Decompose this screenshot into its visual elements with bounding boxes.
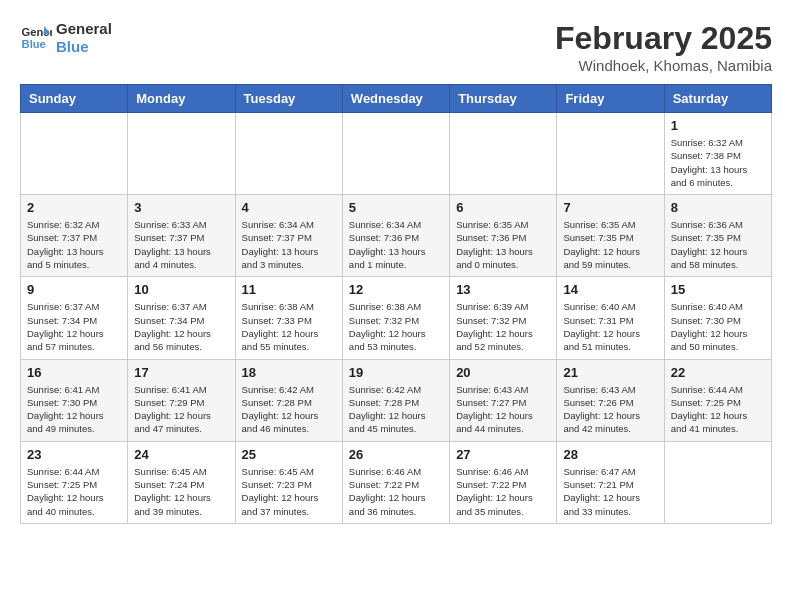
day-info: Sunrise: 6:37 AM Sunset: 7:34 PM Dayligh… <box>27 300 121 353</box>
svg-text:Blue: Blue <box>22 38 46 50</box>
calendar-week-row: 16Sunrise: 6:41 AM Sunset: 7:30 PM Dayli… <box>21 359 772 441</box>
day-info: Sunrise: 6:42 AM Sunset: 7:28 PM Dayligh… <box>242 383 336 436</box>
calendar-cell: 5Sunrise: 6:34 AM Sunset: 7:36 PM Daylig… <box>342 195 449 277</box>
calendar-day-header: Monday <box>128 85 235 113</box>
day-number: 17 <box>134 365 228 380</box>
day-info: Sunrise: 6:44 AM Sunset: 7:25 PM Dayligh… <box>27 465 121 518</box>
day-info: Sunrise: 6:41 AM Sunset: 7:30 PM Dayligh… <box>27 383 121 436</box>
day-number: 4 <box>242 200 336 215</box>
calendar-day-header: Tuesday <box>235 85 342 113</box>
day-number: 15 <box>671 282 765 297</box>
day-number: 1 <box>671 118 765 133</box>
calendar-cell: 20Sunrise: 6:43 AM Sunset: 7:27 PM Dayli… <box>450 359 557 441</box>
day-number: 13 <box>456 282 550 297</box>
day-number: 12 <box>349 282 443 297</box>
day-info: Sunrise: 6:45 AM Sunset: 7:24 PM Dayligh… <box>134 465 228 518</box>
calendar-cell: 22Sunrise: 6:44 AM Sunset: 7:25 PM Dayli… <box>664 359 771 441</box>
calendar-cell: 13Sunrise: 6:39 AM Sunset: 7:32 PM Dayli… <box>450 277 557 359</box>
calendar-week-row: 9Sunrise: 6:37 AM Sunset: 7:34 PM Daylig… <box>21 277 772 359</box>
day-number: 10 <box>134 282 228 297</box>
calendar-day-header: Wednesday <box>342 85 449 113</box>
title-block: February 2025 Windhoek, Khomas, Namibia <box>555 20 772 74</box>
calendar-cell: 2Sunrise: 6:32 AM Sunset: 7:37 PM Daylig… <box>21 195 128 277</box>
calendar-cell <box>450 113 557 195</box>
page-title: February 2025 <box>555 20 772 57</box>
calendar-cell: 1Sunrise: 6:32 AM Sunset: 7:38 PM Daylig… <box>664 113 771 195</box>
day-info: Sunrise: 6:32 AM Sunset: 7:37 PM Dayligh… <box>27 218 121 271</box>
day-info: Sunrise: 6:36 AM Sunset: 7:35 PM Dayligh… <box>671 218 765 271</box>
day-number: 3 <box>134 200 228 215</box>
calendar-cell: 24Sunrise: 6:45 AM Sunset: 7:24 PM Dayli… <box>128 441 235 523</box>
calendar-day-header: Sunday <box>21 85 128 113</box>
calendar-cell: 25Sunrise: 6:45 AM Sunset: 7:23 PM Dayli… <box>235 441 342 523</box>
day-info: Sunrise: 6:42 AM Sunset: 7:28 PM Dayligh… <box>349 383 443 436</box>
day-info: Sunrise: 6:46 AM Sunset: 7:22 PM Dayligh… <box>456 465 550 518</box>
day-number: 11 <box>242 282 336 297</box>
calendar-cell <box>235 113 342 195</box>
day-number: 25 <box>242 447 336 462</box>
day-number: 27 <box>456 447 550 462</box>
calendar-day-header: Thursday <box>450 85 557 113</box>
calendar-cell: 28Sunrise: 6:47 AM Sunset: 7:21 PM Dayli… <box>557 441 664 523</box>
day-number: 6 <box>456 200 550 215</box>
calendar-cell: 27Sunrise: 6:46 AM Sunset: 7:22 PM Dayli… <box>450 441 557 523</box>
day-number: 8 <box>671 200 765 215</box>
calendar-week-row: 2Sunrise: 6:32 AM Sunset: 7:37 PM Daylig… <box>21 195 772 277</box>
calendar-cell: 8Sunrise: 6:36 AM Sunset: 7:35 PM Daylig… <box>664 195 771 277</box>
day-info: Sunrise: 6:33 AM Sunset: 7:37 PM Dayligh… <box>134 218 228 271</box>
calendar-cell: 4Sunrise: 6:34 AM Sunset: 7:37 PM Daylig… <box>235 195 342 277</box>
day-number: 5 <box>349 200 443 215</box>
calendar-cell: 11Sunrise: 6:38 AM Sunset: 7:33 PM Dayli… <box>235 277 342 359</box>
calendar-cell: 15Sunrise: 6:40 AM Sunset: 7:30 PM Dayli… <box>664 277 771 359</box>
page-subtitle: Windhoek, Khomas, Namibia <box>555 57 772 74</box>
day-info: Sunrise: 6:34 AM Sunset: 7:36 PM Dayligh… <box>349 218 443 271</box>
calendar-cell <box>128 113 235 195</box>
day-info: Sunrise: 6:35 AM Sunset: 7:36 PM Dayligh… <box>456 218 550 271</box>
calendar-cell: 3Sunrise: 6:33 AM Sunset: 7:37 PM Daylig… <box>128 195 235 277</box>
day-info: Sunrise: 6:43 AM Sunset: 7:26 PM Dayligh… <box>563 383 657 436</box>
calendar-cell: 19Sunrise: 6:42 AM Sunset: 7:28 PM Dayli… <box>342 359 449 441</box>
calendar-day-header: Saturday <box>664 85 771 113</box>
day-info: Sunrise: 6:37 AM Sunset: 7:34 PM Dayligh… <box>134 300 228 353</box>
logo-icon: General Blue <box>20 22 52 54</box>
calendar-cell <box>342 113 449 195</box>
day-info: Sunrise: 6:39 AM Sunset: 7:32 PM Dayligh… <box>456 300 550 353</box>
calendar-cell: 14Sunrise: 6:40 AM Sunset: 7:31 PM Dayli… <box>557 277 664 359</box>
day-number: 9 <box>27 282 121 297</box>
day-info: Sunrise: 6:45 AM Sunset: 7:23 PM Dayligh… <box>242 465 336 518</box>
calendar-week-row: 23Sunrise: 6:44 AM Sunset: 7:25 PM Dayli… <box>21 441 772 523</box>
day-number: 23 <box>27 447 121 462</box>
day-info: Sunrise: 6:35 AM Sunset: 7:35 PM Dayligh… <box>563 218 657 271</box>
logo: General Blue General Blue <box>20 20 112 56</box>
calendar-cell <box>664 441 771 523</box>
day-info: Sunrise: 6:40 AM Sunset: 7:30 PM Dayligh… <box>671 300 765 353</box>
day-number: 14 <box>563 282 657 297</box>
calendar-cell: 26Sunrise: 6:46 AM Sunset: 7:22 PM Dayli… <box>342 441 449 523</box>
day-info: Sunrise: 6:46 AM Sunset: 7:22 PM Dayligh… <box>349 465 443 518</box>
day-info: Sunrise: 6:43 AM Sunset: 7:27 PM Dayligh… <box>456 383 550 436</box>
calendar-table: SundayMondayTuesdayWednesdayThursdayFrid… <box>20 84 772 524</box>
day-number: 24 <box>134 447 228 462</box>
calendar-cell: 16Sunrise: 6:41 AM Sunset: 7:30 PM Dayli… <box>21 359 128 441</box>
day-info: Sunrise: 6:44 AM Sunset: 7:25 PM Dayligh… <box>671 383 765 436</box>
calendar-cell: 7Sunrise: 6:35 AM Sunset: 7:35 PM Daylig… <box>557 195 664 277</box>
page-header: General Blue General Blue February 2025 … <box>20 20 772 74</box>
day-number: 18 <box>242 365 336 380</box>
day-info: Sunrise: 6:47 AM Sunset: 7:21 PM Dayligh… <box>563 465 657 518</box>
calendar-cell: 21Sunrise: 6:43 AM Sunset: 7:26 PM Dayli… <box>557 359 664 441</box>
day-info: Sunrise: 6:34 AM Sunset: 7:37 PM Dayligh… <box>242 218 336 271</box>
day-info: Sunrise: 6:38 AM Sunset: 7:33 PM Dayligh… <box>242 300 336 353</box>
logo-blue: Blue <box>56 38 112 56</box>
calendar-cell: 17Sunrise: 6:41 AM Sunset: 7:29 PM Dayli… <box>128 359 235 441</box>
day-number: 21 <box>563 365 657 380</box>
calendar-cell: 6Sunrise: 6:35 AM Sunset: 7:36 PM Daylig… <box>450 195 557 277</box>
day-number: 20 <box>456 365 550 380</box>
calendar-week-row: 1Sunrise: 6:32 AM Sunset: 7:38 PM Daylig… <box>21 113 772 195</box>
day-number: 7 <box>563 200 657 215</box>
calendar-cell <box>557 113 664 195</box>
day-number: 16 <box>27 365 121 380</box>
day-info: Sunrise: 6:38 AM Sunset: 7:32 PM Dayligh… <box>349 300 443 353</box>
day-info: Sunrise: 6:41 AM Sunset: 7:29 PM Dayligh… <box>134 383 228 436</box>
calendar-cell: 10Sunrise: 6:37 AM Sunset: 7:34 PM Dayli… <box>128 277 235 359</box>
day-number: 22 <box>671 365 765 380</box>
